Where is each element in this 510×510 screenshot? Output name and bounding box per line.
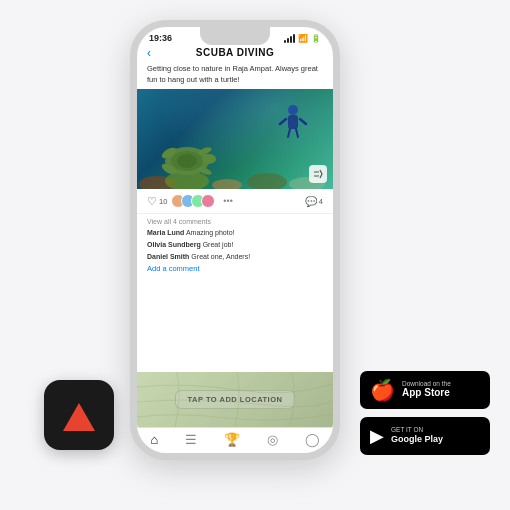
like-icon: ♡	[147, 195, 157, 208]
tab-location[interactable]: ◎	[267, 432, 278, 447]
tab-bar: ⌂ ☰ 🏆 ◎ ◯	[137, 427, 333, 453]
svg-rect-14	[288, 115, 298, 129]
like-count: 10	[159, 197, 167, 206]
comment-row: Maria Lund Amazing photo!	[147, 228, 323, 237]
svg-point-13	[288, 105, 298, 115]
google-play-icon: ▶	[370, 425, 384, 447]
comment-action[interactable]: 💬 4	[305, 196, 323, 207]
tab-list[interactable]: ☰	[185, 432, 197, 447]
wifi-icon: 📶	[298, 34, 308, 43]
view-all-comments[interactable]: View all 4 comments	[147, 218, 323, 225]
tab-trophy[interactable]: 🏆	[224, 432, 240, 447]
comment-author: Olivia Sundberg	[147, 241, 201, 248]
phone-notch	[200, 27, 270, 45]
svg-line-16	[300, 119, 306, 124]
location-map[interactable]: TAP TO ADD LOCATION	[137, 372, 333, 427]
app-store-mainlabel: App Store	[402, 387, 451, 399]
screen-header: ‹ SCUBA DIVING	[137, 45, 333, 62]
comment-icon: 💬	[305, 196, 317, 207]
screen-title: SCUBA DIVING	[196, 47, 274, 58]
signal-icon	[284, 34, 295, 43]
comment-row: Daniel Smith Great one, Anders!	[147, 252, 323, 261]
status-time: 19:36	[149, 33, 172, 43]
comment-count: 4	[319, 197, 323, 206]
svg-line-18	[296, 129, 298, 137]
more-options[interactable]: •••	[223, 196, 232, 206]
comment-text: Great job!	[203, 241, 234, 248]
post-image	[137, 89, 333, 189]
svg-point-3	[247, 173, 287, 189]
post-actions: ♡ 10 ••• 💬 4	[137, 189, 333, 214]
turtle-illustration	[157, 139, 217, 179]
comment-author: Maria Lund	[147, 229, 184, 236]
comment-author: Daniel Smith	[147, 253, 189, 260]
tab-profile[interactable]: ◯	[305, 432, 320, 447]
svg-point-2	[212, 179, 242, 189]
like-action[interactable]: ♡ 10	[147, 195, 167, 208]
share-button[interactable]	[309, 165, 327, 183]
avatar-group	[175, 194, 215, 208]
google-play-mainlabel: Google Play	[391, 434, 443, 445]
app-store-button[interactable]: 🍎 Download on the App Store	[360, 371, 490, 409]
svg-point-8	[202, 154, 216, 164]
back-button[interactable]: ‹	[147, 46, 151, 60]
add-comment[interactable]: Add a comment	[147, 264, 323, 273]
comment-text: Amazing photo!	[186, 229, 235, 236]
comment-text: Great one, Anders!	[191, 253, 250, 260]
app-store-text: Download on the App Store	[402, 381, 451, 400]
google-play-text: GET IT ON Google Play	[391, 427, 443, 444]
phone-mockup: 19:36 📶 🔋 ‹ SCUBA DIVING Ge	[130, 20, 340, 460]
svg-point-7	[177, 154, 197, 168]
comment-row: Olivia Sundberg Great job!	[147, 240, 323, 249]
scene: 19:36 📶 🔋 ‹ SCUBA DIVING Ge	[0, 0, 510, 510]
post-description: Getting close to nature in Raja Ampat. A…	[137, 62, 333, 89]
tab-home[interactable]: ⌂	[150, 432, 158, 447]
avatar	[201, 194, 215, 208]
app-logo-triangle	[63, 403, 95, 431]
diver-illustration	[278, 104, 308, 139]
google-play-button[interactable]: ▶ GET IT ON Google Play	[360, 417, 490, 455]
svg-line-17	[288, 129, 290, 137]
app-icon	[44, 380, 114, 450]
status-icons: 📶 🔋	[284, 34, 321, 43]
svg-line-15	[280, 119, 286, 124]
store-buttons-container: 🍎 Download on the App Store ▶ GET IT ON …	[360, 371, 490, 455]
battery-icon: 🔋	[311, 34, 321, 43]
map-background	[137, 372, 333, 427]
comments-section: View all 4 comments Maria Lund Amazing p…	[137, 214, 333, 372]
apple-icon: 🍎	[370, 378, 395, 402]
